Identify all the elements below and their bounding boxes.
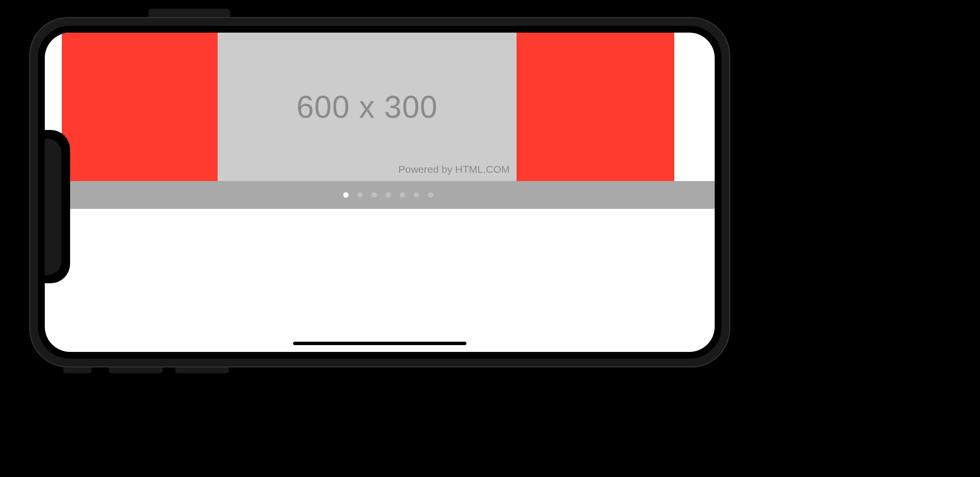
pagination-bar	[62, 181, 715, 209]
pagination-dot-2[interactable]	[357, 192, 363, 198]
pagination-dot-6[interactable]	[414, 192, 419, 198]
device-inner-frame: 600 x 300 Powered by HTML.COM	[38, 26, 721, 359]
device-notch	[45, 130, 70, 283]
home-indicator[interactable]	[293, 342, 466, 345]
carousel-slide-right[interactable]	[517, 33, 674, 181]
pagination-dot-5[interactable]	[400, 192, 405, 198]
carousel-track[interactable]: 600 x 300 Powered by HTML.COM	[62, 33, 715, 181]
pagination-dot-7[interactable]	[428, 192, 433, 198]
carousel-container[interactable]: 600 x 300 Powered by HTML.COM	[62, 33, 715, 209]
pagination-dot-3[interactable]	[371, 192, 377, 198]
device-bottom-button-1	[63, 367, 92, 373]
placeholder-dimensions-text: 600 x 300	[296, 89, 438, 125]
device-top-button	[148, 9, 230, 18]
device-screen: 600 x 300 Powered by HTML.COM	[45, 33, 715, 352]
pagination-dot-4[interactable]	[386, 192, 391, 198]
carousel-slide-left[interactable]	[62, 33, 218, 181]
device-bottom-button-2	[109, 367, 163, 373]
carousel-slide-center[interactable]: 600 x 300 Powered by HTML.COM	[218, 33, 517, 181]
device-frame: 600 x 300 Powered by HTML.COM	[29, 17, 730, 367]
placeholder-attribution-text: Powered by HTML.COM	[398, 164, 510, 175]
pagination-dot-1[interactable]	[343, 192, 349, 198]
device-bottom-button-3	[175, 367, 229, 373]
device-notch-inner	[45, 139, 61, 275]
